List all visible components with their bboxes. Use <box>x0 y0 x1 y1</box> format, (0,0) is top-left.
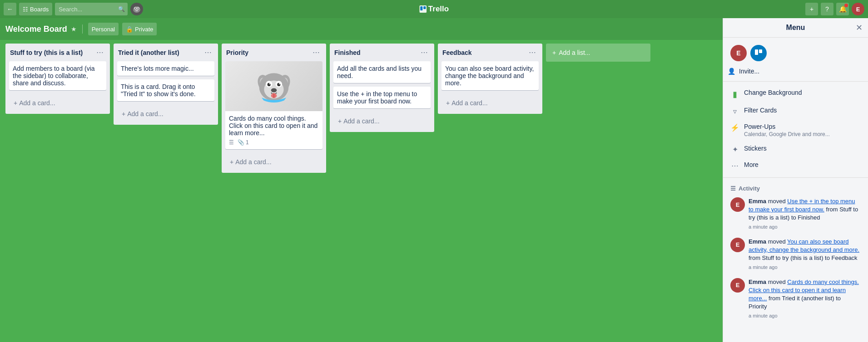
star-icon[interactable]: ★ <box>71 25 77 33</box>
svg-rect-9 <box>423 6 426 9</box>
user-avatar[interactable]: E <box>852 3 864 15</box>
plus-icon: + <box>122 110 125 117</box>
trello-icon <box>419 5 427 13</box>
card-text: Use the + in the top menu to make your f… <box>337 90 417 105</box>
list-stuff: Stuff to try (this is a list) ⋯ Add memb… <box>5 44 110 114</box>
card-text: There's lots more magic... <box>121 65 194 72</box>
add-card-tried[interactable]: + Add a card... <box>117 107 214 121</box>
notifications-button[interactable]: 🔔 <box>836 3 849 15</box>
activity-avatar-3: E <box>730 278 745 293</box>
search-wrap: 🔍 <box>55 3 128 15</box>
card-finished-2[interactable]: Use the + in the top menu to make your f… <box>333 87 431 108</box>
activity-item-2: E Emma moved You can also see board acti… <box>723 234 868 274</box>
card-finished-1[interactable]: Add all the cards and lists you need. <box>333 61 431 83</box>
add-card-feedback[interactable]: + Add a card... <box>441 96 539 110</box>
list-cards-stuff: Add members to a board (via the sidebar)… <box>5 61 110 94</box>
search-icon: 🔍 <box>118 6 125 12</box>
activity-avatar-1: E <box>730 197 745 212</box>
card-text: This is a card. Drag it onto "Tried It" … <box>121 83 196 98</box>
panel-avatar-row: E <box>723 41 868 65</box>
card-priority-1[interactable]: Cards do many cool things. Click on this… <box>225 61 322 149</box>
invite-button[interactable]: 👤 Invite... <box>723 65 868 78</box>
menu-item-label-background: Change Background <box>744 89 802 96</box>
card-tried-2[interactable]: This is a card. Drag it onto "Tried It" … <box>117 79 214 101</box>
list-feedback: Feedback ⋯ You can also see board activi… <box>438 44 542 114</box>
list-cards-feedback: You can also see board activity, change … <box>438 61 542 94</box>
svg-rect-8 <box>420 6 422 10</box>
boards-button[interactable]: ☷ Boards <box>19 3 52 15</box>
plus-icon: + <box>14 99 17 107</box>
list-menu-button-stuff[interactable]: ⋯ <box>94 47 105 58</box>
panel-header: Menu ✕ <box>723 18 868 38</box>
panel-user-avatar[interactable]: E <box>730 45 747 61</box>
board-title: Welcome Board <box>5 24 67 34</box>
list-cards-priority: Cards do many cool things. Click on this… <box>222 61 326 153</box>
menu-item-filter[interactable]: ▿ Filter Cards <box>723 103 868 119</box>
activity-user-1: Emma <box>749 198 766 205</box>
panel-close-button[interactable]: ✕ <box>856 23 863 33</box>
personal-button[interactable]: Personal <box>88 23 119 35</box>
list-menu-button-priority[interactable]: ⋯ <box>311 47 322 58</box>
activity-text-3: Emma moved Cards do many cool things. Cl… <box>749 278 861 319</box>
list-title-stuff: Stuff to try (this is a list) <box>10 49 83 56</box>
topbar-center: Trello <box>419 5 449 14</box>
list-header-priority: Priority ⋯ <box>222 44 326 61</box>
menu-item-stickers[interactable]: ✦ Stickers <box>723 141 868 157</box>
svg-point-22 <box>271 88 277 93</box>
add-card-stuff[interactable]: + Add a card... <box>9 96 106 110</box>
card-footer: ☰ 📎 1 <box>229 139 319 146</box>
activity-section-title: ☰ Activity <box>723 181 868 194</box>
list-menu-button-finished[interactable]: ⋯ <box>419 47 430 58</box>
list-header-feedback: Feedback ⋯ <box>438 44 542 61</box>
list-menu-button-tried[interactable]: ⋯ <box>203 47 213 58</box>
activity-time-3: a minute ago <box>749 313 861 319</box>
menu-item-label-powerups: Power-Ups <box>744 123 830 130</box>
dog-svg <box>253 66 294 107</box>
activity-text-1: Emma moved Use the + in the top menu to … <box>749 197 861 230</box>
panel-trello-avatar[interactable] <box>750 45 767 61</box>
list-header-finished: Finished ⋯ <box>330 44 434 61</box>
lock-icon: 🔒 <box>126 26 133 33</box>
topbar-right: + ? 🔔 E <box>805 3 864 15</box>
menu-item-label-stickers: Stickers <box>744 145 767 152</box>
add-card-finished[interactable]: + Add a card... <box>333 114 431 128</box>
add-button[interactable]: + <box>805 3 818 15</box>
list-title-feedback: Feedback <box>442 49 472 56</box>
private-button[interactable]: 🔒 Private <box>122 23 157 35</box>
help-button[interactable]: ? <box>821 3 833 15</box>
notification-dot <box>844 4 848 7</box>
add-list-button[interactable]: + Add a list... <box>546 44 650 62</box>
activity-user-2: Emma <box>749 238 766 245</box>
list-cards-finished: Add all the cards and lists you need. Us… <box>330 61 434 112</box>
card-feedback-1[interactable]: You can also see board activity, change … <box>441 61 539 90</box>
panel-title: Menu <box>786 24 805 31</box>
plus-icon: + <box>446 99 450 107</box>
person-icon: 👤 <box>728 68 735 75</box>
search-input[interactable] <box>55 3 128 15</box>
panel-content: E 👤 Invite... ▮ Change Background ▿ <box>723 38 868 342</box>
list-menu-button-feedback[interactable]: ⋯ <box>527 47 538 58</box>
mascot-icon <box>130 3 143 15</box>
card-stuff-1[interactable]: Add members to a board (via the sidebar)… <box>9 61 106 90</box>
add-card-priority[interactable]: + Add a card... <box>225 155 322 169</box>
attachment-count: 📎 1 <box>238 139 249 146</box>
svg-point-4 <box>135 8 136 9</box>
back-button[interactable]: ← <box>4 3 16 15</box>
activity-avatar-2: E <box>730 238 745 252</box>
activity-time-1: a minute ago <box>749 224 861 230</box>
card-tried-1[interactable]: There's lots more magic... <box>117 61 214 76</box>
menu-item-background[interactable]: ▮ Change Background <box>723 85 868 103</box>
activity-action-1: moved <box>768 198 788 205</box>
attachment-icon: 📎 <box>238 139 244 146</box>
menu-item-more[interactable]: ⋯ More <box>723 157 868 174</box>
list-header-stuff: Stuff to try (this is a list) ⋯ <box>5 44 110 61</box>
activity-time-2: a minute ago <box>749 264 861 271</box>
filter-icon: ▿ <box>730 107 739 116</box>
menu-item-label-filter: Filter Cards <box>744 107 777 114</box>
topbar-left: ← ☷ Boards 🔍 <box>4 3 143 15</box>
card-text: Add members to a board (via the sidebar)… <box>13 65 95 87</box>
activity-item-1: E Emma moved Use the + in the top menu t… <box>723 194 868 234</box>
menu-item-powerups[interactable]: ⚡ Power-Ups Calendar, Google Drive and m… <box>723 119 868 141</box>
activity-action-3: moved <box>768 278 788 285</box>
menu-item-sub-powerups: Calendar, Google Drive and more... <box>744 131 830 137</box>
